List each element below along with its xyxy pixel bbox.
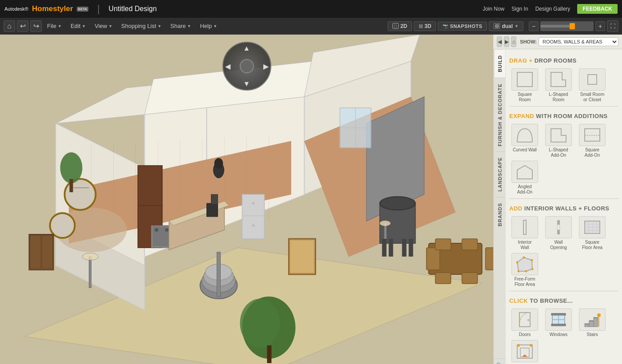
square-floor-item[interactable]: SquareFloor Area bbox=[577, 216, 608, 250]
svg-rect-54 bbox=[267, 345, 272, 363]
doors-item[interactable]: Doors bbox=[509, 309, 540, 337]
svg-point-74 bbox=[380, 221, 391, 226]
windows-item[interactable]: Windows bbox=[543, 309, 574, 337]
curved-wall-label: Curved Wall bbox=[513, 147, 537, 153]
add-items-grid: InteriorWall WallOpening bbox=[509, 214, 618, 289]
beta-badge: BETA bbox=[77, 7, 88, 12]
l-shaped-addon-icon bbox=[545, 124, 572, 146]
tab-landscape[interactable]: LANDSCAPE bbox=[495, 151, 505, 197]
shopping-list-menu[interactable]: Shopping List ▼ bbox=[118, 21, 165, 31]
edit-menu[interactable]: Edit ▼ bbox=[67, 21, 89, 31]
square-addon-item[interactable]: SquareAdd-On bbox=[577, 124, 608, 158]
svg-rect-67 bbox=[436, 273, 451, 284]
freeform-floor-item[interactable]: Free-FormFloor Area bbox=[509, 253, 540, 287]
svg-rect-88 bbox=[557, 220, 560, 225]
svg-rect-66 bbox=[462, 239, 478, 250]
angled-addon-item[interactable]: AngledAdd-On bbox=[509, 161, 540, 195]
click-header: CLICK TO BROWSE... bbox=[509, 293, 618, 307]
tab-furnish[interactable]: FURNISH & DECORATE bbox=[495, 78, 505, 152]
zoom-in-button[interactable]: + bbox=[595, 21, 605, 31]
square-room-label: SquareRoom bbox=[518, 92, 532, 103]
svg-point-57 bbox=[380, 197, 416, 210]
svg-point-38 bbox=[252, 202, 255, 205]
l-shaped-room-item[interactable]: L-ShapedRoom bbox=[543, 68, 574, 103]
nav-up-arrow[interactable]: ▲ bbox=[243, 44, 250, 52]
feedback-button[interactable]: FEEDBACK bbox=[577, 4, 618, 14]
top-right-links: Join Now Sign In Design Gallery FEEDBACK bbox=[483, 4, 618, 14]
nav-down-arrow[interactable]: ▼ bbox=[243, 80, 250, 88]
tab-build[interactable]: BUILD bbox=[495, 49, 505, 78]
small-room-item[interactable]: Small Roomor Closet bbox=[577, 68, 608, 103]
snapshots-button[interactable]: 📷 SNAPSHOTS bbox=[438, 22, 487, 31]
doors-icon bbox=[511, 309, 538, 331]
fullscreen-icon: ⛶ bbox=[610, 23, 615, 29]
svg-point-24 bbox=[65, 179, 96, 210]
svg-rect-89 bbox=[557, 230, 560, 234]
svg-rect-115 bbox=[594, 317, 598, 327]
panel-back-button[interactable]: ◀ bbox=[497, 36, 502, 47]
svg-point-119 bbox=[597, 313, 601, 317]
view-3d-button[interactable]: ▨ 3D bbox=[414, 21, 436, 31]
svg-rect-90 bbox=[557, 225, 560, 230]
tab-brands[interactable]: BRANDS bbox=[495, 197, 505, 232]
nav-left-arrow[interactable]: ◀ bbox=[225, 62, 230, 71]
file-menu[interactable]: File ▼ bbox=[44, 21, 65, 31]
fullscreen-button[interactable]: ⛶ bbox=[607, 20, 618, 32]
redo-button[interactable]: ↪ bbox=[30, 20, 42, 32]
svg-rect-46 bbox=[30, 235, 41, 269]
design-gallery-link[interactable]: Design Gallery bbox=[535, 6, 570, 12]
svg-point-72 bbox=[214, 158, 223, 169]
sign-in-link[interactable]: Sign In bbox=[511, 6, 528, 12]
viewport[interactable]: ▲ ▼ ◀ ▶ bbox=[0, 35, 493, 364]
svg-rect-34 bbox=[207, 203, 218, 217]
panel-home-button[interactable]: ⌂ bbox=[511, 36, 516, 47]
interior-wall-icon bbox=[511, 216, 538, 238]
wall-opening-icon bbox=[545, 216, 572, 238]
help-menu[interactable]: Help ▼ bbox=[196, 21, 221, 31]
freeform-floor-label: Free-FormFloor Area bbox=[514, 277, 535, 287]
add-section: ADD INTERIOR WALLS + FLOORS InteriorWall bbox=[509, 201, 618, 289]
curved-wall-item[interactable]: Curved Wall bbox=[509, 124, 540, 158]
svg-point-50 bbox=[60, 152, 83, 183]
svg-rect-61 bbox=[402, 239, 407, 257]
dual-view-button[interactable]: ⊟ dual ▼ bbox=[489, 21, 523, 31]
panel-forward-button[interactable]: ▶ bbox=[504, 36, 509, 47]
fireplaces-item[interactable]: Fireplaces bbox=[509, 340, 540, 364]
small-room-icon bbox=[579, 68, 606, 91]
square-room-item[interactable]: SquareRoom bbox=[509, 68, 540, 103]
join-now-link[interactable]: Join Now bbox=[483, 6, 504, 12]
nav-center-button[interactable] bbox=[240, 59, 254, 73]
stairs-label: Stairs bbox=[586, 332, 598, 337]
zoom-slider[interactable] bbox=[540, 21, 594, 31]
svg-rect-79 bbox=[517, 72, 532, 87]
show-select[interactable]: ROOMS, WALLS & AREAS bbox=[539, 37, 618, 46]
l-shaped-addon-item[interactable]: L-ShapedAdd-On bbox=[543, 124, 574, 158]
show-label: SHOW: bbox=[520, 39, 537, 44]
stairs-item[interactable]: Stairs bbox=[577, 309, 608, 337]
share-menu[interactable]: Share ▼ bbox=[167, 21, 195, 31]
view-2d-button[interactable]: □ 2D bbox=[388, 21, 412, 31]
show-dropdown: SHOW: ROOMS, WALLS & AREAS bbox=[518, 37, 618, 46]
zoom-slider-handle[interactable] bbox=[570, 23, 575, 29]
svg-point-70 bbox=[83, 253, 99, 260]
svg-point-103 bbox=[531, 268, 534, 270]
undo-button[interactable]: ↩ bbox=[17, 20, 28, 32]
square-room-icon bbox=[511, 68, 538, 91]
click-section: CLICK TO BROWSE... bbox=[509, 293, 618, 364]
svg-marker-86 bbox=[517, 166, 532, 179]
svg-point-100 bbox=[516, 261, 519, 264]
wall-opening-item[interactable]: WallOpening bbox=[543, 216, 574, 250]
svg-marker-80 bbox=[551, 72, 566, 87]
square-addon-icon bbox=[579, 124, 606, 146]
svg-rect-63 bbox=[427, 248, 440, 270]
svg-point-124 bbox=[530, 344, 532, 347]
view-menu[interactable]: View ▼ bbox=[91, 21, 116, 31]
nav-right-arrow[interactable]: ▶ bbox=[263, 62, 269, 71]
home-button[interactable]: ⌂ bbox=[4, 20, 15, 32]
interior-wall-item[interactable]: InteriorWall bbox=[509, 216, 540, 250]
panel-search-tab[interactable]: 🔍 bbox=[494, 358, 506, 364]
interior-wall-label: InteriorWall bbox=[518, 240, 531, 250]
zoom-out-button[interactable]: − bbox=[529, 21, 539, 31]
autodesk-label: Autodesk® bbox=[4, 6, 28, 12]
svg-rect-35 bbox=[211, 194, 218, 204]
